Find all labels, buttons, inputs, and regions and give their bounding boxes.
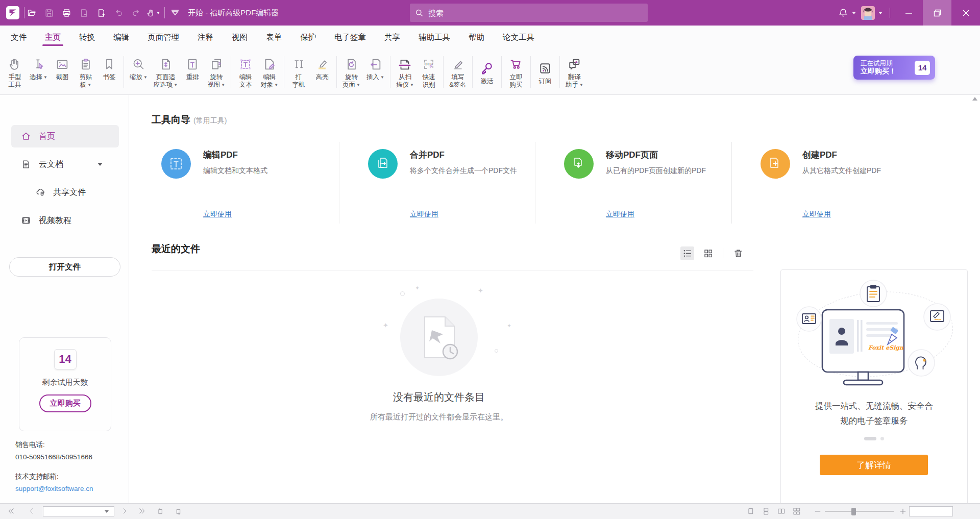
next-view-button[interactable] <box>173 506 185 517</box>
sidebar-item-video-tutorials[interactable]: 视频教程 <box>11 209 119 232</box>
print-button[interactable] <box>59 5 74 21</box>
ribbon-button-snapshot[interactable]: 截图 <box>51 55 74 81</box>
menu-item-protect[interactable]: 保护 <box>300 26 316 49</box>
save-button[interactable] <box>42 5 56 21</box>
ribbon-button-from-scanner[interactable]: 从扫描仪▼ <box>393 55 417 89</box>
trial-banner-text: 正在试用期 立即购买！ <box>861 60 896 76</box>
undo-icon <box>114 8 124 18</box>
zoom-level-box[interactable] <box>909 506 953 516</box>
zoom-slider-track[interactable] <box>825 511 894 512</box>
ribbon-button-label: 编辑文本 <box>239 73 252 89</box>
carousel-dots[interactable] <box>781 437 967 440</box>
sidebar-item-home[interactable]: 首页 <box>11 125 119 147</box>
ribbon-button-bookmark[interactable]: 书签 <box>97 55 121 81</box>
minimize-button[interactable] <box>894 0 923 26</box>
zoom-out-button[interactable] <box>812 506 824 517</box>
search-input[interactable] <box>428 9 632 17</box>
ribbon-button-highlight[interactable]: 高亮 <box>310 55 334 81</box>
carousel-dot-active[interactable] <box>864 437 876 440</box>
ribbon-button-fill-sign[interactable]: 填写&签名 <box>446 55 470 89</box>
open-file-button[interactable]: 打开文件 <box>9 257 120 277</box>
carousel-dot[interactable] <box>880 437 884 440</box>
first-page-icon <box>7 507 15 515</box>
grid-view-button[interactable] <box>701 246 715 260</box>
ribbon-button-zoom[interactable]: 缩放▼ <box>127 55 151 82</box>
trial-days-badge: 14 <box>915 61 930 75</box>
ribbon-button-buy-now[interactable]: 立即购买 <box>504 55 528 89</box>
ribbon-button-edit-object[interactable]: 编辑对象▼ <box>257 55 281 89</box>
menu-item-paper-tools[interactable]: 论文工具 <box>502 26 535 49</box>
restore-button[interactable] <box>923 0 951 26</box>
hand-pointer-button[interactable]: ▼ <box>146 5 160 21</box>
sidebar-item-cloud-docs[interactable]: 云文档 <box>11 153 119 176</box>
facing-button[interactable] <box>775 506 788 517</box>
export-page-button[interactable] <box>77 5 91 21</box>
close-button[interactable] <box>951 0 980 26</box>
continuous-button[interactable] <box>760 506 772 517</box>
search-bar[interactable] <box>410 4 648 22</box>
ribbon-button-translate-assistant[interactable]: A翻译助手▼ <box>562 55 586 89</box>
buy-now-button[interactable]: 立即购买 <box>39 394 91 412</box>
ribbon-button-edit-text[interactable]: 编辑文本 <box>234 55 257 89</box>
menu-item-share[interactable]: 共享 <box>384 26 401 49</box>
ribbon-button-insert[interactable]: 插入▼ <box>363 55 387 82</box>
ribbon-button-activate[interactable]: 激活 <box>475 59 499 85</box>
menu-item-view[interactable]: 视图 <box>231 26 248 49</box>
redo-button[interactable] <box>129 5 143 21</box>
ribbon-button-quick-ocr[interactable]: OCR快速识别 <box>417 55 440 89</box>
notifications-button[interactable] <box>838 8 856 18</box>
list-view-button[interactable] <box>680 246 694 260</box>
ribbon-button-hand-tool[interactable]: 手型工具 <box>3 55 27 89</box>
ribbon-button-reflow[interactable]: 重排 <box>181 55 204 81</box>
ribbon-button-rotate-view[interactable]: 旋转视图▼ <box>204 55 228 89</box>
menu-item-comment[interactable]: 注释 <box>197 26 214 49</box>
tool-card-use-now-link[interactable]: 立即使用 <box>802 210 831 219</box>
menu-item-accessibility[interactable]: 辅助工具 <box>418 26 451 49</box>
ribbon-button-clipboard[interactable]: 剪贴板▼ <box>74 55 97 89</box>
first-page-button[interactable] <box>5 506 17 517</box>
scroll-up-arrow-icon[interactable] <box>972 97 977 101</box>
ribbon-label-text: 板 <box>80 81 87 88</box>
clear-recent-button[interactable] <box>731 246 745 260</box>
facing-continuous-button[interactable] <box>791 506 803 517</box>
next-page-button[interactable] <box>118 506 131 517</box>
open-folder-button[interactable] <box>24 5 39 21</box>
menu-item-convert[interactable]: 转换 <box>79 26 95 49</box>
prev-page-button[interactable] <box>26 506 38 517</box>
learn-more-button[interactable]: 了解详情 <box>820 455 928 475</box>
menu-item-edit[interactable]: 编辑 <box>113 26 130 49</box>
page-number-input[interactable] <box>43 508 104 515</box>
menu-item-help[interactable]: 帮助 <box>468 26 485 49</box>
trial-banner[interactable]: 正在试用期 立即购买！ 14 <box>853 56 935 80</box>
tool-card-use-now-link[interactable]: 立即使用 <box>203 210 232 219</box>
account-button[interactable] <box>861 6 883 20</box>
zoom-slider-handle[interactable] <box>851 508 856 515</box>
highlight-icon <box>314 57 330 72</box>
single-page-button[interactable] <box>745 506 757 517</box>
customize-toolbar-icon[interactable] <box>170 9 180 17</box>
ribbon-button-rotate-pages[interactable]: 旋转页面▼ <box>339 55 363 89</box>
menu-item-file[interactable]: 文件 <box>10 26 27 49</box>
ribbon-button-fit-page-options[interactable]: 页面适应选项▼ <box>151 55 181 89</box>
last-page-button[interactable] <box>136 506 148 517</box>
undo-button[interactable] <box>111 5 126 21</box>
new-page-button[interactable] <box>94 5 108 21</box>
support-email-link[interactable]: support@foxitsoftware.cn <box>15 483 93 495</box>
tool-card-use-now-link[interactable]: 立即使用 <box>606 210 634 219</box>
avatar-caret-icon <box>878 12 883 14</box>
ribbon-button-typewriter[interactable]: 打字机 <box>287 55 310 89</box>
menu-item-esign[interactable]: 电子签章 <box>334 26 366 49</box>
menu-item-page-manage[interactable]: 页面管理 <box>147 26 180 49</box>
ribbon-button-subscribe[interactable]: 订阅 <box>533 59 557 85</box>
menu-item-home[interactable]: 主页 <box>44 26 61 49</box>
ribbon-button-select[interactable]: 选择▼ <box>27 55 51 82</box>
page-number-box[interactable] <box>43 506 114 516</box>
tool-card-use-now-link[interactable]: 立即使用 <box>410 210 438 219</box>
menu-item-form[interactable]: 表单 <box>265 26 282 49</box>
zoom-in-button[interactable] <box>897 506 909 517</box>
search-icon <box>415 9 424 17</box>
edit-pdf-icon <box>161 149 191 179</box>
zoom-level-input[interactable] <box>910 507 952 516</box>
sidebar-item-shared-files[interactable]: 共享文件 <box>11 181 119 204</box>
prev-view-button[interactable] <box>154 506 166 517</box>
